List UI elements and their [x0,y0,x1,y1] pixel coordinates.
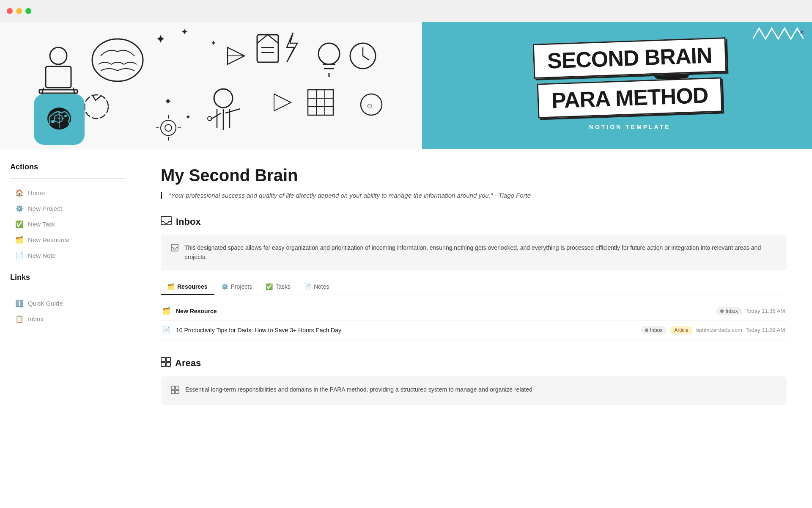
sidebar-item-home[interactable]: 🏠 Home [10,185,125,200]
brain-icon [34,94,85,145]
table-row-new-resource[interactable]: 🗂️ New Resource Inbox Today 11:35 AM [161,302,787,321]
svg-text:✦: ✦ [181,27,188,36]
links-divider [10,289,125,289]
sidebar-item-new-note[interactable]: 📄 New Note [10,248,125,263]
sidebar-item-new-project[interactable]: ⚙️ New Project [10,201,125,216]
tab-notes-label: Notes [314,283,329,290]
tab-projects[interactable]: ⚙️ Projects [214,279,259,295]
sidebar-item-quick-guide-label: Quick Guide [28,300,63,307]
tab-notes[interactable]: 📄 Notes [297,279,336,295]
areas-description: Essential long-term responsibilities and… [185,385,532,394]
tab-projects-label: Projects [231,283,252,290]
areas-section-header: Areas [161,357,787,370]
home-icon: 🏠 [15,189,24,197]
quote-block: "Your professional success and quality o… [161,192,787,199]
sidebar-item-inbox-label: Inbox [28,315,44,323]
banner-left: ✦ ✦ ✦ [0,22,447,149]
inbox-section: Inbox This designated space allows for e… [161,216,787,340]
svg-point-29 [161,120,176,135]
row-new-resource-meta: Inbox Today 11:35 AM [716,307,785,315]
main-content: My Second Brain "Your professional succe… [135,149,812,508]
sidebar-item-new-resource[interactable]: 🗂️ New Resource [10,232,125,247]
svg-rect-22 [308,90,333,115]
svg-point-38 [64,115,67,117]
app-container: ✦ ✦ ✦ [0,22,812,508]
row-productivity-time: Today 11:29 AM [746,327,785,333]
svg-text:✦: ✦ [185,113,191,121]
row-new-resource-badge: Inbox [716,307,742,315]
title-bar [0,0,812,22]
tab-tasks[interactable]: ✅ Tasks [259,279,297,295]
sidebar-item-home-label: Home [28,189,45,196]
tabs-container: 🗂️ Resources ⚙️ Projects ✅ Tasks 📄 Notes [161,279,787,295]
tab-tasks-icon: ✅ [266,283,273,290]
tab-resources-icon: 🗂️ [167,283,175,290]
tab-resources-label: Resources [177,283,208,290]
svg-text:✦: ✦ [211,39,216,47]
svg-rect-41 [161,357,165,362]
sidebar-item-new-task[interactable]: ✅ New Task [10,217,125,232]
page-title: My Second Brain [161,166,787,185]
actions-divider [10,178,125,179]
svg-rect-2 [39,90,77,93]
inbox-sidebar-icon: 📋 [15,315,24,323]
tab-resources[interactable]: 🗂️ Resources [161,279,214,295]
row-new-resource-time: Today 11:35 AM [746,308,785,314]
sidebar-item-new-note-label: New Note [28,252,56,259]
banner-title-box2: PARA METHOD [537,77,723,118]
maximize-button[interactable] [25,8,31,14]
row-productivity-badge-article: Article [670,326,692,334]
banner-subtitle: NOTION TEMPLATE [589,124,671,130]
sidebar-item-new-task-label: New Task [28,221,55,228]
banner-close-button[interactable]: × [797,27,807,37]
svg-point-30 [165,124,172,131]
row-productivity-icon: 📄 [162,326,171,334]
svg-rect-46 [176,386,179,389]
tab-projects-icon: ⚙️ [221,283,228,290]
project-icon: ⚙️ [15,204,24,213]
svg-point-37 [51,120,55,123]
svg-point-12 [318,43,340,64]
resource-icon: 🗂️ [15,236,24,244]
svg-rect-45 [171,386,175,389]
close-button[interactable] [7,8,13,14]
svg-text:◷: ◷ [367,102,372,109]
svg-point-0 [50,47,67,64]
row-productivity-badge-inbox: Inbox [641,326,667,334]
row-resource-icon: 🗂️ [162,307,171,315]
note-icon: 📄 [15,251,24,260]
banner-right: N SECOND BRAIN PARA METHOD NOTION TEMPLA… [422,22,812,149]
inbox-section-icon [161,216,172,228]
sidebar: Actions 🏠 Home ⚙️ New Project ✅ New Task… [0,149,135,508]
areas-info-icon [171,386,179,396]
table-row-productivity[interactable]: 📄 10 Productivity Tips for Dads: How to … [161,321,787,340]
banner-title-box1: SECOND BRAIN [533,37,727,79]
areas-section-icon [161,357,171,370]
svg-line-16 [363,56,369,60]
row-productivity-title: 10 Productivity Tips for Dads: How to Sa… [176,327,636,334]
inbox-info-icon [171,244,178,254]
links-title: Links [10,273,125,282]
badge-dot-2 [645,329,648,332]
inbox-description: This designated space allows for easy or… [184,243,776,262]
svg-rect-44 [166,362,170,367]
svg-rect-9 [257,35,278,62]
inbox-section-title: Inbox [176,216,201,227]
inbox-section-header: Inbox [161,216,787,228]
svg-text:✦: ✦ [164,96,172,107]
quote-text: "Your professional success and quality o… [169,192,787,199]
minimize-button[interactable] [16,8,22,14]
row-new-resource-title: New Resource [176,308,711,315]
banner: ✦ ✦ ✦ [0,22,812,149]
sidebar-item-inbox[interactable]: 📋 Inbox [10,312,125,326]
svg-rect-47 [171,390,175,394]
svg-point-5 [92,39,143,81]
sidebar-item-quick-guide[interactable]: ℹ️ Quick Guide [10,296,125,311]
tab-tasks-label: Tasks [275,283,291,290]
svg-text:✦: ✦ [156,33,165,46]
svg-rect-42 [166,357,170,362]
sidebar-item-new-resource-label: New Resource [28,236,69,243]
areas-section-title: Areas [175,358,201,369]
tab-notes-icon: 📄 [304,283,311,290]
quick-guide-icon: ℹ️ [15,299,24,307]
